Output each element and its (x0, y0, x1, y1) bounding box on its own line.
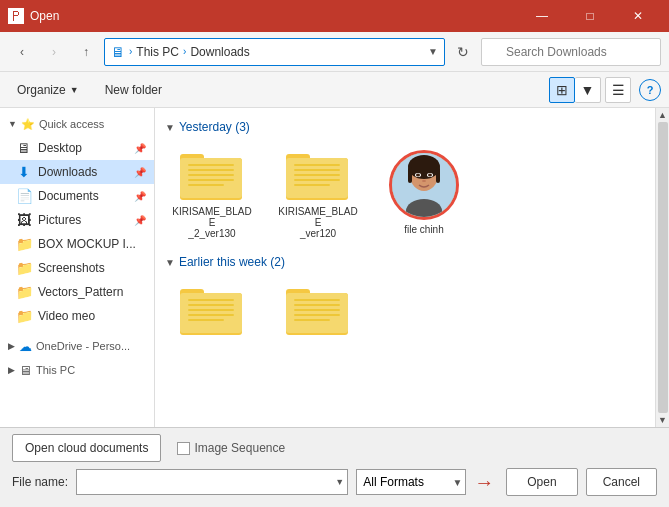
pictures-label: Pictures (38, 213, 81, 227)
help-button[interactable]: ? (639, 79, 661, 101)
sidebar-item-documents[interactable]: 📄 Documents 📌 (0, 184, 154, 208)
organize-dropdown-icon: ▼ (70, 85, 79, 95)
minimize-button[interactable]: — (519, 0, 565, 32)
refresh-button[interactable]: ↻ (449, 38, 477, 66)
cancel-button[interactable]: Cancel (586, 468, 657, 496)
sidebar-item-boxmockup[interactable]: 📁 BOX MOCKUP I... (0, 232, 154, 256)
thispc-header[interactable]: ▶ 🖥 This PC (0, 358, 154, 382)
forward-button[interactable]: › (40, 38, 68, 66)
filename-input-wrapper: ▼ (76, 469, 348, 495)
file-item-filechinh[interactable]: file chinh (379, 146, 469, 243)
sidebar-item-videomeo[interactable]: 📁 Video meo (0, 304, 154, 328)
thispc-label: This PC (36, 364, 75, 376)
svg-rect-5 (188, 174, 234, 176)
format-select[interactable]: All Formats (356, 469, 466, 495)
downloads-icon: ⬇ (16, 164, 32, 180)
onedrive-header[interactable]: ▶ ☁ OneDrive - Perso... (0, 334, 154, 358)
open-button[interactable]: Open (506, 468, 577, 496)
desktop-icon: 🖥 (16, 140, 32, 156)
svg-rect-3 (188, 164, 234, 166)
image-sequence-checkbox[interactable] (177, 442, 190, 455)
address-path[interactable]: 🖥 › This PC › Downloads ▼ (104, 38, 445, 66)
yesterday-header[interactable]: ▼ Yesterday (3) (163, 116, 647, 138)
search-wrapper: 🔍 (481, 38, 661, 66)
bottom-row1: Open cloud documents Image Sequence (12, 434, 657, 462)
file-item-kbver120[interactable]: KIRISAME_BLADE_ver120 (273, 146, 363, 243)
svg-rect-7 (188, 184, 224, 186)
filename-input[interactable] (76, 469, 348, 495)
svg-rect-39 (294, 299, 340, 301)
earlier-header[interactable]: ▼ Earlier this week (2) (163, 251, 647, 273)
quick-access-header[interactable]: ▼ ⭐ Quick access (0, 112, 154, 136)
svg-rect-40 (294, 304, 340, 306)
details-view-button[interactable]: ☰ (605, 77, 631, 103)
earlier-collapse-icon: ▼ (165, 257, 175, 268)
search-input[interactable] (481, 38, 661, 66)
svg-rect-13 (294, 174, 340, 176)
close-button[interactable]: ✕ (615, 0, 661, 32)
file-name-kb2ver130: KIRISAME_BLADE_2_ver130 (171, 206, 253, 239)
sidebar-item-pictures[interactable]: 🖼 Pictures 📌 (0, 208, 154, 232)
scroll-down-button[interactable]: ▼ (658, 415, 667, 425)
svg-point-26 (428, 174, 432, 177)
svg-rect-31 (188, 299, 234, 301)
sidebar-item-downloads[interactable]: ⬇ Downloads 📌 (0, 160, 154, 184)
bottom-bar: Open cloud documents Image Sequence File… (0, 427, 669, 507)
file-thumb-filechinh (389, 150, 459, 220)
large-icons-view-button[interactable]: ⊞ (549, 77, 575, 103)
sidebar-item-desktop[interactable]: 🖥 Desktop 📌 (0, 136, 154, 160)
downloads-label: Downloads (38, 165, 97, 179)
svg-point-25 (416, 174, 420, 177)
svg-rect-14 (294, 179, 340, 181)
screenshots-icon: 📁 (16, 260, 32, 276)
main-content: ▼ ⭐ Quick access 🖥 Desktop 📌 ⬇ Downloads… (0, 108, 669, 427)
documents-icon: 📄 (16, 188, 32, 204)
sidebar-item-vectors[interactable]: 📁 Vectors_Pattern (0, 280, 154, 304)
folder-icon-earlier1 (180, 285, 244, 337)
sidebar-item-screenshots[interactable]: 📁 Screenshots (0, 256, 154, 280)
format-select-wrapper: All Formats ▼ (356, 469, 466, 495)
up-button[interactable]: ↑ (72, 38, 100, 66)
boxmockup-icon: 📁 (16, 236, 32, 252)
path-dropdown-arrow[interactable]: ▼ (428, 46, 438, 57)
yesterday-files-row: KIRISAME_BLADE_2_ver130 KIRISAME_BLADE_v… (163, 138, 647, 251)
file-name-kbver120: KIRISAME_BLADE_ver120 (277, 206, 359, 239)
scroll-up-button[interactable]: ▲ (658, 110, 667, 120)
folder-icon-earlier2 (286, 285, 350, 337)
svg-rect-21 (436, 167, 440, 183)
svg-rect-32 (188, 304, 234, 306)
svg-rect-15 (294, 184, 330, 186)
earlier-files-row (163, 273, 647, 353)
organize-button[interactable]: Organize ▼ (8, 77, 88, 103)
maximize-button[interactable]: □ (567, 0, 613, 32)
title-bar: 🅿 Open — □ ✕ (0, 0, 669, 32)
documents-label: Documents (38, 189, 99, 203)
file-item-earlier2[interactable] (273, 281, 363, 345)
toolbar: Organize ▼ New folder ⊞ ▼ ☰ ? (0, 72, 669, 108)
svg-rect-43 (294, 319, 330, 321)
svg-rect-41 (294, 309, 340, 311)
downloads-pin-icon: 📌 (134, 167, 146, 178)
pictures-icon: 🖼 (16, 212, 32, 228)
file-item-earlier1[interactable] (167, 281, 257, 345)
new-folder-button[interactable]: New folder (96, 77, 171, 103)
organize-label: Organize (17, 83, 66, 97)
videomeo-icon: 📁 (16, 308, 32, 324)
view-dropdown-button[interactable]: ▼ (575, 77, 601, 103)
window-controls: — □ ✕ (519, 0, 661, 32)
scrollbar[interactable]: ▲ ▼ (655, 108, 669, 427)
address-bar: ‹ › ↑ 🖥 › This PC › Downloads ▼ ↻ 🔍 (0, 32, 669, 72)
back-button[interactable]: ‹ (8, 38, 36, 66)
scroll-thumb[interactable] (658, 122, 668, 413)
svg-point-19 (408, 155, 440, 179)
thispc-icon: 🖥 (19, 363, 32, 378)
file-item-kb2ver130[interactable]: KIRISAME_BLADE_2_ver130 (167, 146, 257, 243)
desktop-label: Desktop (38, 141, 82, 155)
svg-rect-4 (188, 169, 234, 171)
onedrive-arrow: ▶ (8, 341, 15, 351)
svg-point-27 (422, 180, 426, 182)
yesterday-label: Yesterday (3) (179, 120, 250, 134)
boxmockup-label: BOX MOCKUP I... (38, 237, 136, 251)
svg-rect-33 (188, 309, 234, 311)
open-cloud-button[interactable]: Open cloud documents (12, 434, 161, 462)
